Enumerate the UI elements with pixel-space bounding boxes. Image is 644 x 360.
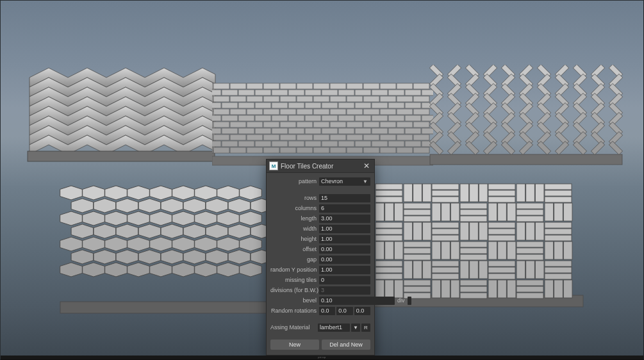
material-refresh-button[interactable]: R <box>361 323 370 332</box>
svg-rect-112 <box>405 128 421 134</box>
svg-rect-12 <box>363 83 379 89</box>
random-rot-x-input[interactable] <box>319 307 335 315</box>
svg-rect-358 <box>526 261 535 279</box>
svg-rect-370 <box>442 280 450 298</box>
svg-rect-60 <box>230 109 246 115</box>
mesh-brick-top-center: (function(){ var ns="http://www.w3.org/2… <box>212 81 433 170</box>
length-input[interactable] <box>319 215 370 223</box>
svg-rect-70 <box>397 109 413 115</box>
svg-rect-318 <box>545 222 572 228</box>
svg-rect-353 <box>479 261 488 279</box>
bevel-div-input[interactable] <box>408 297 411 305</box>
offset-input[interactable] <box>319 245 370 254</box>
dialog-titlebar[interactable]: M Floor Tiles Creator ✕ <box>267 160 374 173</box>
svg-rect-293 <box>507 203 516 221</box>
svg-rect-28 <box>405 90 421 95</box>
svg-rect-341 <box>563 241 572 259</box>
svg-rect-327 <box>432 241 441 259</box>
svg-rect-90 <box>263 122 279 127</box>
svg-rect-260 <box>376 197 402 202</box>
svg-rect-33 <box>247 96 263 102</box>
svg-rect-47 <box>255 102 271 108</box>
width-input[interactable] <box>319 225 370 233</box>
svg-rect-299 <box>563 203 572 221</box>
new-button[interactable]: New <box>270 340 319 350</box>
svg-rect-98 <box>397 122 413 127</box>
svg-rect-122 <box>330 135 346 140</box>
svg-rect-56 <box>405 102 421 108</box>
missing-tiles-input[interactable] <box>319 276 370 284</box>
del-and-new-button[interactable]: Del and New <box>322 340 370 350</box>
svg-rect-16 <box>212 90 221 95</box>
svg-rect-381 <box>545 280 554 298</box>
close-icon[interactable]: ✕ <box>361 161 372 171</box>
svg-rect-0 <box>28 151 215 161</box>
svg-rect-383 <box>563 280 572 298</box>
svg-rect-308 <box>432 235 459 241</box>
svg-rect-119 <box>280 135 296 140</box>
random-rot-z-input[interactable] <box>354 307 370 315</box>
gap-label: gap <box>270 256 319 263</box>
svg-rect-61 <box>247 109 263 115</box>
svg-rect-279 <box>376 203 384 221</box>
svg-rect-338 <box>516 254 543 260</box>
svg-rect-94 <box>330 122 346 127</box>
svg-rect-135 <box>322 141 338 147</box>
svg-rect-75 <box>255 115 271 121</box>
columns-input[interactable] <box>319 204 370 213</box>
svg-rect-140 <box>405 141 421 147</box>
svg-rect-49 <box>288 102 304 108</box>
svg-rect-147 <box>280 147 296 153</box>
viewport-3d[interactable]: (function(){ var ns="http://www.w3.org/2… <box>0 0 644 360</box>
svg-rect-263 <box>422 184 431 202</box>
svg-rect-312 <box>488 222 515 228</box>
svg-rect-10 <box>330 83 346 89</box>
svg-rect-258 <box>376 184 402 190</box>
svg-rect-270 <box>488 184 515 190</box>
svg-rect-103 <box>255 128 271 134</box>
svg-rect-81 <box>355 115 371 121</box>
floor-tiles-creator-dialog: M Floor Tiles Creator ✕ pattern Chevron … <box>266 159 375 356</box>
svg-rect-256 <box>60 302 268 313</box>
dialog-title: Floor Tiles Creator <box>281 163 359 170</box>
svg-rect-375 <box>488 280 497 298</box>
bevel-input[interactable] <box>319 297 395 305</box>
random-rot-y-input[interactable] <box>336 307 352 315</box>
rows-input[interactable] <box>319 194 370 202</box>
svg-rect-46 <box>238 102 254 108</box>
svg-rect-377 <box>507 280 516 298</box>
svg-rect-129 <box>222 141 238 147</box>
svg-rect-51 <box>322 102 338 108</box>
material-caret-button[interactable]: ▼ <box>351 323 360 332</box>
svg-rect-154 <box>397 147 413 153</box>
svg-rect-26 <box>372 90 388 95</box>
height-input[interactable] <box>319 235 370 243</box>
svg-rect-340 <box>554 241 563 259</box>
svg-rect-289 <box>460 209 487 215</box>
svg-rect-41 <box>380 96 396 102</box>
svg-rect-290 <box>460 216 487 222</box>
length-label: length <box>270 215 319 222</box>
svg-rect-334 <box>498 241 507 259</box>
gap-input[interactable] <box>319 256 370 264</box>
material-dropdown[interactable]: lambert1 <box>318 323 350 332</box>
svg-rect-316 <box>526 222 535 240</box>
svg-rect-303 <box>404 222 413 240</box>
svg-rect-114 <box>212 135 213 140</box>
svg-rect-97 <box>380 122 396 127</box>
random-y-input[interactable] <box>319 266 370 274</box>
svg-rect-91 <box>280 122 296 127</box>
pattern-dropdown[interactable]: Chevron ▼ <box>319 177 370 186</box>
bevel-label: bevel <box>270 297 319 304</box>
svg-rect-32 <box>230 96 246 102</box>
svg-rect-19 <box>255 90 271 95</box>
svg-rect-5 <box>247 83 263 89</box>
svg-rect-48 <box>272 102 288 108</box>
svg-rect-11 <box>347 83 363 89</box>
svg-rect-335 <box>507 241 516 259</box>
svg-rect-92 <box>297 122 313 127</box>
divisions-input[interactable] <box>319 286 370 295</box>
svg-rect-125 <box>380 135 396 140</box>
svg-rect-22 <box>305 90 321 95</box>
pattern-label: pattern <box>270 178 319 184</box>
